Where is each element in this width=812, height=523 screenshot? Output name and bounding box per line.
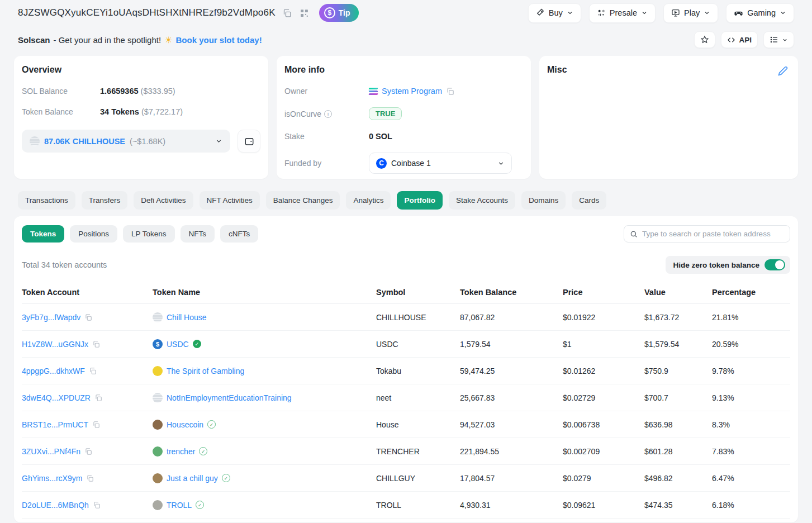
funded-by-value: Coinbase 1 (391, 159, 431, 168)
search-icon (630, 230, 638, 238)
token-balance-value: 34 Tokens (100, 107, 139, 116)
copy-icon[interactable] (93, 501, 101, 509)
favorite-star-button[interactable] (694, 31, 715, 48)
tab-defi-activities[interactable]: Defi Activities (134, 191, 193, 210)
ad-banner: Solscan - Get your ad in the spotlight! … (18, 35, 262, 45)
token-percentage: 8.3% (712, 420, 790, 429)
token-account-link[interactable]: D2oLUE...6MBnQh (22, 501, 89, 510)
api-button[interactable]: API (721, 31, 758, 48)
copy-icon[interactable] (92, 340, 100, 348)
owner-link[interactable]: System Program (382, 87, 442, 96)
verified-check-icon: ✓ (193, 340, 201, 348)
verified-check-icon: ✓ (199, 447, 207, 455)
table-header: Token Account Token Name Symbol Token Ba… (22, 280, 790, 304)
copy-icon[interactable] (86, 474, 94, 482)
token-name-link[interactable]: Just a chill guy (167, 474, 218, 483)
token-symbol: TROLL (376, 501, 460, 510)
copy-icon[interactable] (446, 87, 454, 96)
table-body: 3yFb7g...fWapdv Chill House ✓ CHILLHOUSE… (22, 304, 790, 519)
token-percentage: 9.78% (712, 367, 790, 375)
token-name-link[interactable]: USDC (167, 340, 189, 349)
token-coin-icon (30, 136, 40, 146)
token-selector-dropdown[interactable]: 87.06K CHILLHOUSE (~$1.68K) (22, 130, 230, 153)
token-account-link[interactable]: 4ppgpG...dkhxWF (22, 367, 85, 375)
token-symbol: TRENCHER (376, 447, 460, 456)
tab-analytics[interactable]: Analytics (346, 191, 391, 210)
presale-button[interactable]: Presale (589, 3, 656, 23)
token-account-link[interactable]: BRST1e...PrmUCT (22, 420, 88, 429)
subtab-cnfts[interactable]: cNFTs (220, 225, 258, 243)
token-value: $496.82 (644, 474, 712, 483)
token-account-link[interactable]: H1vZ8W...uGGNJx (22, 340, 88, 349)
tab-cards[interactable]: Cards (572, 191, 606, 210)
subtab-nfts[interactable]: NFTs (181, 225, 215, 243)
subtab-tokens[interactable]: Tokens (22, 225, 64, 243)
tab-stake-accounts[interactable]: Stake Accounts (449, 191, 515, 210)
token-name-link[interactable]: TROLL (167, 501, 192, 510)
tab-nft-activities[interactable]: NFT Activities (200, 191, 260, 210)
tab-transfers[interactable]: Transfers (82, 191, 128, 210)
tab-domains[interactable]: Domains (521, 191, 566, 210)
token-price: $0.006738 (563, 420, 644, 429)
token-name-link[interactable]: The Spirit of Gambling (167, 367, 244, 375)
play-icon (671, 8, 680, 17)
buy-button[interactable]: Buy (528, 3, 581, 23)
copy-icon[interactable] (89, 367, 97, 375)
chevron-down-icon (780, 9, 786, 16)
token-balance: 4,930.31 (460, 501, 563, 510)
qr-code-icon[interactable] (298, 7, 310, 19)
overview-title: Overview (22, 65, 260, 75)
menu-button[interactable] (763, 31, 794, 48)
table-row: BRST1e...PrmUCT Housecoin ✓ House 94,527… (22, 411, 790, 438)
tab-portfolio[interactable]: Portfolio (397, 191, 443, 210)
play-button[interactable]: Play (663, 3, 718, 23)
toggle-switch[interactable] (764, 259, 785, 270)
ad-banner-row: Solscan - Get your ad in the spotlight! … (14, 28, 798, 51)
token-value: $601.28 (644, 447, 712, 456)
copy-address-icon[interactable] (281, 7, 293, 19)
subtab-bar: TokensPositionsLP TokensNFTscNFTs (22, 225, 258, 243)
col-token-name: Token Name (153, 288, 376, 297)
tip-button[interactable]: $ Tip (319, 4, 359, 22)
sol-balance-label: SOL Balance (22, 87, 100, 96)
hide-zero-toggle-group[interactable]: Hide zero token balance (666, 256, 790, 274)
wallet-view-button[interactable] (238, 130, 260, 153)
gaming-button[interactable]: Gaming (726, 3, 794, 23)
book-slot-link[interactable]: Book your slot today! (175, 35, 262, 45)
token-price: $0.0279 (563, 474, 644, 483)
token-account-link[interactable]: GhYims...rcX9ym (22, 474, 82, 483)
dollar-coin-icon: $ (324, 7, 335, 18)
subtab-positions[interactable]: Positions (70, 225, 117, 243)
token-account-link[interactable]: 3ZUXvi...PNf4Fn (22, 447, 80, 456)
token-name-link[interactable]: NotInEmploymentEducationTraining (167, 393, 292, 402)
token-value: $636.98 (644, 420, 712, 429)
copy-icon[interactable] (84, 448, 92, 455)
copy-icon[interactable] (94, 394, 102, 402)
funded-by-dropdown[interactable]: C Coinbase 1 (369, 153, 512, 174)
funded-by-label: Funded by (284, 159, 369, 168)
tab-balance-changes[interactable]: Balance Changes (266, 191, 340, 210)
token-percentage: 6.47% (712, 474, 790, 483)
token-account-link[interactable]: 3yFb7g...fWapdv (22, 313, 80, 322)
token-balance: 1,579.54 (460, 340, 563, 349)
top-nav-buttons: Buy Presale Play Gaming (528, 3, 794, 23)
copy-icon[interactable] (84, 313, 92, 321)
token-table: Token Account Token Name Symbol Token Ba… (22, 280, 790, 519)
token-icon: $ (153, 339, 163, 349)
info-icon[interactable]: i (324, 110, 332, 118)
buy-icon (536, 8, 545, 17)
search-input[interactable] (642, 230, 784, 238)
copy-icon[interactable] (92, 421, 100, 429)
token-account-link[interactable]: 3dwE4Q...XPDUZR (22, 393, 91, 402)
hide-zero-label: Hide zero token balance (673, 261, 759, 269)
token-name-link[interactable]: trencher (167, 447, 195, 456)
edit-pencil-icon[interactable] (778, 66, 788, 78)
token-name-link[interactable]: Chill House (167, 313, 207, 322)
tab-transactions[interactable]: Transactions (18, 191, 75, 210)
subtab-lp-tokens[interactable]: LP Tokens (123, 225, 175, 243)
col-value: Value (644, 288, 712, 297)
solana-logo-icon (369, 88, 378, 95)
col-token-account: Token Account (22, 288, 153, 297)
token-name-link[interactable]: Housecoin (167, 420, 203, 429)
col-percentage: Percentage (712, 288, 790, 297)
